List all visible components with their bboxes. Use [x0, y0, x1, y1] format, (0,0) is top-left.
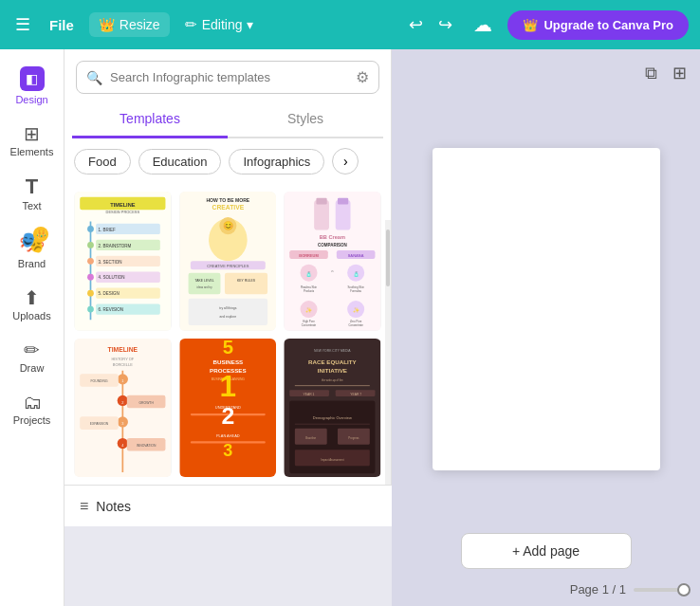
canvas-wrapper: [401, 95, 691, 523]
svg-rect-36: [188, 299, 267, 325]
svg-point-17: [87, 290, 94, 297]
svg-text:Zero Pore: Zero Pore: [350, 320, 362, 323]
svg-text:Progress: Progress: [349, 436, 360, 440]
svg-rect-39: [285, 192, 381, 331]
svg-text:BUSINESS: BUSINESS: [212, 358, 243, 365]
more-categories-arrow[interactable]: ›: [332, 148, 359, 174]
svg-text:4. SOLUTION: 4. SOLUTION: [98, 275, 124, 280]
svg-text:3: 3: [223, 441, 232, 460]
svg-point-11: [87, 258, 94, 265]
svg-text:1: 1: [219, 369, 236, 403]
resize-label: Resize: [120, 17, 160, 32]
sidebar-item-uploads-label: Uploads: [12, 310, 50, 321]
undo-button[interactable]: ↩: [403, 10, 429, 39]
canvas-footer: Page 1 / 1: [401, 582, 691, 597]
menu-icon[interactable]: ☰: [11, 10, 34, 39]
resize-button[interactable]: 👑 Resize: [89, 12, 170, 37]
svg-text:2. BRAINSTORM: 2. BRAINSTORM: [98, 244, 131, 248]
canvas-area: ⧉ ⊞ + Add page Page 1 / 1: [392, 49, 700, 606]
svg-text:🧴: 🧴: [305, 270, 313, 278]
pencil-icon: ✏: [185, 16, 197, 33]
svg-text:1. BRIEF: 1. BRIEF: [98, 228, 116, 232]
sidebar-item-uploads[interactable]: ⬆ Uploads: [5, 281, 60, 329]
redo-button[interactable]: ↪: [433, 10, 458, 39]
svg-text:CREATIVE PRINCIPLES: CREATIVE PRINCIPLES: [207, 264, 249, 268]
search-wrapper: 🔍 ⚙: [76, 61, 379, 94]
copy-frame-button[interactable]: ⧉: [641, 59, 661, 87]
sidebar-item-text[interactable]: T Text: [5, 169, 60, 219]
draw-icon: ✏: [24, 340, 40, 359]
svg-text:Concentrate: Concentrate: [349, 323, 364, 327]
template-card[interactable]: TIMELINE DESIGN PROCESS 1. BRIEF 2. BRAI…: [74, 192, 172, 331]
add-frame-button[interactable]: ⊞: [669, 59, 691, 87]
notes-icon: ≡: [80, 498, 88, 515]
sidebar-item-design[interactable]: ◧ Design: [5, 59, 60, 113]
file-button[interactable]: File: [42, 13, 82, 37]
canvas-page: [433, 148, 660, 470]
sidebar-item-projects[interactable]: 🗂 Projects: [5, 385, 60, 433]
sidebar-item-brand[interactable]: 🎭 👑 Brand: [5, 223, 60, 277]
svg-rect-43: [338, 198, 348, 205]
svg-text:KEY RULES: KEY RULES: [237, 279, 256, 283]
category-infographics[interactable]: Infographics: [229, 149, 324, 174]
zoom-thumb[interactable]: [677, 583, 691, 597]
scroll-bar[interactable]: [385, 220, 391, 485]
svg-text:😊: 😊: [222, 220, 233, 231]
category-education[interactable]: Education: [138, 149, 222, 174]
cloud-save-button[interactable]: ☁: [466, 9, 500, 40]
search-bar: 🔍 ⚙: [64, 49, 391, 101]
svg-text:Products: Products: [304, 289, 315, 293]
svg-text:Formulas: Formulas: [351, 289, 362, 293]
svg-text:✨: ✨: [353, 306, 360, 314]
sidebar-item-draw-label: Draw: [20, 362, 45, 374]
search-input[interactable]: [110, 70, 348, 84]
svg-text:BORCELLE: BORCELLE: [113, 362, 133, 367]
svg-text:NEW YORK CITY MEDIA: NEW YORK CITY MEDIA: [314, 348, 351, 352]
svg-text:HOW TO BE MORE: HOW TO BE MORE: [206, 197, 249, 203]
filter-icon[interactable]: ⚙: [356, 68, 369, 86]
svg-text:TAKE LEVEL: TAKE LEVEL: [194, 279, 213, 283]
sidebar-item-elements-label: Elements: [10, 146, 54, 157]
svg-text:Impact Assessment: Impact Assessment: [321, 457, 344, 461]
template-card[interactable]: TIMELINE HISTORY OF BORCELLE 1 FOUNDING …: [74, 339, 172, 478]
category-food[interactable]: Food: [74, 149, 131, 174]
svg-text:YEAR 1: YEAR 1: [304, 392, 315, 395]
svg-text:COMPARISON: COMPARISON: [318, 243, 347, 248]
svg-text:Flawless Skin: Flawless Skin: [301, 285, 318, 289]
search-icon: 🔍: [86, 70, 102, 85]
svg-text:INITIATIVE: INITIATIVE: [318, 367, 347, 374]
text-icon: T: [26, 176, 38, 197]
tab-styles[interactable]: Styles: [228, 101, 383, 138]
svg-point-14: [87, 274, 94, 281]
svg-text:Demographic Overview: Demographic Overview: [313, 414, 352, 419]
notes-label[interactable]: Notes: [96, 499, 131, 514]
sidebar-item-draw[interactable]: ✏ Draw: [5, 333, 60, 381]
sidebar-item-text-label: Text: [22, 200, 41, 211]
sidebar-item-brand-label: Brand: [18, 258, 46, 269]
svg-text:and explore: and explore: [219, 315, 236, 319]
tab-templates[interactable]: Templates: [72, 101, 228, 138]
add-page-button[interactable]: + Add page: [461, 533, 632, 569]
scroll-thumb: [386, 230, 390, 286]
svg-text:DESIGN PROCESS: DESIGN PROCESS: [106, 210, 140, 214]
svg-rect-31: [188, 273, 220, 295]
panel: 🔍 ⚙ Templates Styles Food Education Info…: [64, 49, 392, 485]
svg-text:PLAN AHEAD: PLAN AHEAD: [216, 432, 240, 437]
elements-icon: ⊞: [24, 124, 40, 143]
sidebar-icons: ◧ Design ⊞ Elements T Text 🎭 👑 Brand ⬆ U…: [0, 49, 64, 606]
sidebar-item-elements[interactable]: ⊞ Elements: [5, 117, 60, 165]
svg-text:INNOVATION: INNOVATION: [137, 444, 157, 448]
template-card[interactable]: 5 BUSINESS PROCESSES BUSINESS PLANNING 1…: [179, 339, 277, 478]
editing-label: Editing: [202, 17, 243, 32]
template-card[interactable]: BB Cream COMPARISON BORREUM SANANA 🧴 🧴 v…: [284, 192, 381, 331]
template-grid: TIMELINE DESIGN PROCESS 1. BRIEF 2. BRAI…: [64, 184, 391, 485]
page-indicator: Page 1 / 1: [570, 582, 626, 597]
template-card[interactable]: NEW YORK CITY MEDIA RACE EQUALITY INITIA…: [284, 339, 381, 478]
template-card-svg: BB Cream COMPARISON BORREUM SANANA 🧴 🧴 v…: [284, 192, 381, 331]
main-layout: ◧ Design ⊞ Elements T Text 🎭 👑 Brand ⬆ U…: [0, 49, 700, 606]
upgrade-crown-icon: 👑: [523, 18, 538, 32]
upgrade-button[interactable]: 👑 Upgrade to Canva Pro: [507, 10, 689, 40]
template-card[interactable]: HOW TO BE MORE CREATIVE 😊 CREATIVE PRINC…: [179, 192, 277, 331]
zoom-slider[interactable]: [634, 588, 691, 592]
editing-button[interactable]: ✏ Editing ▾: [177, 11, 262, 38]
